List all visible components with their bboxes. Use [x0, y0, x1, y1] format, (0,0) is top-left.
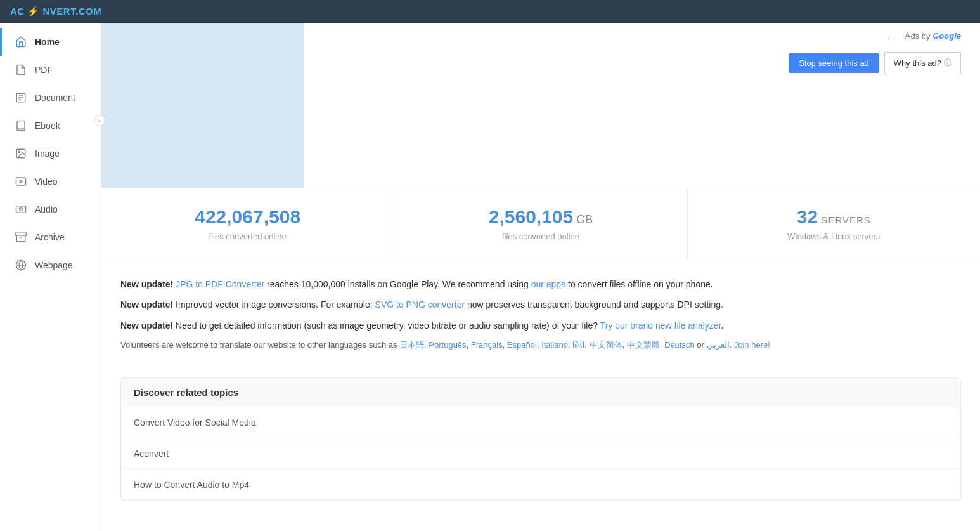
ad-back-arrow[interactable]: ←: [881, 30, 901, 47]
svg-point-5: [18, 151, 20, 152]
volunteers-line: Volunteers are welcome to translate our …: [120, 339, 961, 352]
our-apps-link[interactable]: our apps: [531, 279, 565, 289]
topbar: AC ⚡ NVERT.COM: [0, 0, 980, 23]
sidebar-item-video[interactable]: Video: [0, 167, 101, 195]
ebook-icon: [15, 119, 27, 132]
lang-german[interactable]: Deutsch: [664, 340, 695, 350]
ad-image: [101, 23, 304, 188]
sidebar-item-archive[interactable]: Archive: [0, 223, 101, 251]
home-icon: [15, 36, 27, 48]
lang-chinese-traditional[interactable]: 中文繁體: [627, 340, 660, 350]
sidebar-toggle-button[interactable]: ‹: [94, 115, 105, 126]
svg-point-9: [20, 208, 23, 211]
lang-arabic[interactable]: العربي: [707, 340, 730, 350]
updates-section: New update! JPG to PDF Converter reaches…: [101, 259, 980, 367]
stat-number-servers: 32 SERVERS: [700, 206, 967, 228]
related-topics-header: Discover related topics: [121, 378, 960, 407]
update-line-2: New update! Improved vector image conver…: [120, 298, 961, 311]
stop-seeing-ad-button[interactable]: Stop seeing this ad: [789, 53, 879, 73]
jpg-to-pdf-link[interactable]: JPG to PDF Converter: [176, 279, 264, 289]
sidebar-label-image: Image: [35, 148, 60, 159]
chevron-left-icon: ‹: [98, 117, 100, 124]
ad-banner-wrapper: ← Ads by Google Stop seeing this ad Why …: [101, 23, 980, 188]
ad-area: ← Ads by Google Stop seeing this ad Why …: [101, 23, 980, 188]
lang-spanish[interactable]: Español: [507, 340, 537, 350]
sidebar-item-home[interactable]: Home: [0, 28, 101, 56]
audio-icon: [15, 203, 27, 216]
update-line-3: New update! Need to get detailed informa…: [120, 318, 961, 332]
sidebar-label-video: Video: [35, 176, 58, 187]
why-this-ad-button[interactable]: Why this ad? ⓘ: [884, 52, 961, 74]
archive-icon: [15, 231, 27, 244]
google-brand: Google: [932, 31, 961, 41]
update-line-1: New update! JPG to PDF Converter reaches…: [120, 277, 961, 291]
stat-label-gb: files converted online: [407, 232, 674, 241]
stat-servers: 32 SERVERS Windows & Linux servers: [688, 188, 980, 259]
stat-number-files: 422,067,508: [114, 206, 381, 228]
sidebar-item-audio[interactable]: Audio: [0, 195, 101, 223]
svg-rect-8: [16, 206, 26, 213]
stats-row: 422,067,508 files converted online 2,560…: [101, 188, 980, 259]
sidebar-label-audio: Audio: [35, 204, 58, 214]
join-here-link[interactable]: Join here!: [734, 340, 770, 350]
stat-label-servers: Windows & Linux servers: [700, 232, 967, 241]
sidebar-label-webpage: Webpage: [35, 260, 73, 270]
lang-italian[interactable]: Italiano: [541, 340, 568, 350]
sidebar-item-image[interactable]: Image: [0, 140, 101, 167]
lang-french[interactable]: Français: [471, 340, 503, 350]
stat-label-files: files converted online: [114, 232, 381, 241]
ads-by-google-label: Ads by Google: [905, 31, 961, 41]
related-topics-section: Discover related topics Convert Video fo…: [120, 377, 961, 501]
document-icon: [15, 91, 27, 104]
stat-gb-converted: 2,560,105 GB files converted online: [394, 188, 687, 259]
svg-rect-10: [16, 233, 27, 235]
main-layout: Home PDF Document: [0, 23, 980, 531]
sidebar-label-archive: Archive: [35, 232, 65, 242]
lang-hindi[interactable]: हिंदी: [572, 340, 584, 350]
image-icon: [15, 147, 27, 160]
stat-number-gb: 2,560,105 GB: [407, 206, 674, 228]
ad-action-buttons: Stop seeing this ad Why this ad? ⓘ: [789, 52, 961, 74]
sidebar-item-document[interactable]: Document: [0, 84, 101, 112]
related-topic-3[interactable]: How to Convert Audio to Mp4: [121, 469, 960, 500]
content-area: ← Ads by Google Stop seeing this ad Why …: [101, 23, 980, 531]
related-topic-2[interactable]: Aconvert: [121, 438, 960, 469]
info-icon: ⓘ: [944, 58, 951, 69]
lang-portuguese[interactable]: Português: [429, 340, 466, 350]
lang-japanese[interactable]: 日本語: [399, 340, 424, 350]
why-ad-label: Why this ad?: [894, 58, 941, 68]
svg-marker-7: [20, 180, 23, 183]
sidebar-label-pdf: PDF: [35, 65, 53, 75]
video-icon: [15, 175, 27, 188]
sidebar-label-ebook: Ebook: [35, 121, 60, 131]
logo-text: AC ⚡ NVERT.COM: [10, 6, 101, 16]
file-analyzer-link[interactable]: Try our brand new file analyzer: [600, 320, 721, 331]
sidebar: Home PDF Document: [0, 23, 101, 531]
svg-to-png-link[interactable]: SVG to PNG converter: [375, 299, 465, 310]
svg-rect-6: [16, 178, 26, 185]
lang-chinese-simplified[interactable]: 中文简体: [590, 340, 622, 350]
sidebar-item-ebook[interactable]: Ebook: [0, 112, 101, 140]
sidebar-label-home: Home: [35, 37, 60, 47]
pdf-icon: [15, 63, 27, 76]
sidebar-item-pdf[interactable]: PDF: [0, 56, 101, 84]
ad-controls: ← Ads by Google Stop seeing this ad Why …: [304, 23, 980, 81]
stat-files-converted: 422,067,508 files converted online: [101, 188, 394, 259]
sidebar-item-webpage[interactable]: Webpage: [0, 251, 101, 279]
related-topic-1[interactable]: Convert Video for Social Media: [121, 407, 960, 438]
site-logo[interactable]: AC ⚡ NVERT.COM: [10, 6, 101, 17]
webpage-icon: [15, 259, 27, 272]
sidebar-label-document: Document: [35, 93, 75, 103]
